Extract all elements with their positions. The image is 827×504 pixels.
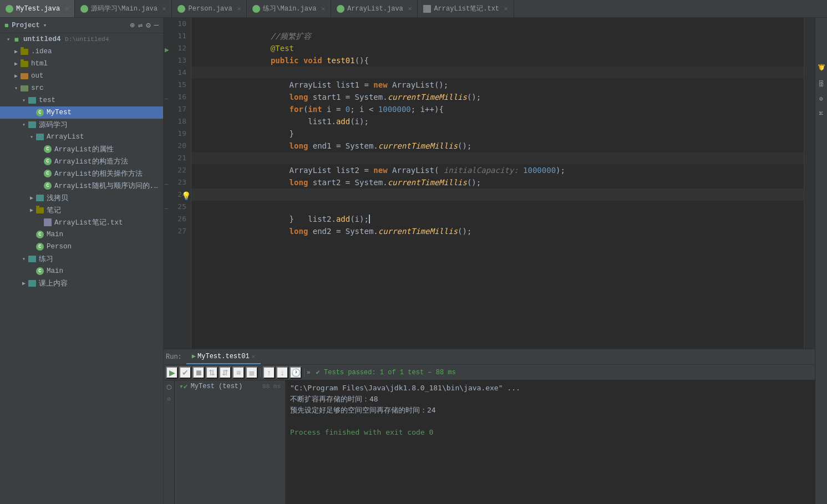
sync-icon[interactable]: ⇌ (138, 21, 143, 30)
run-tab-label: MyTest.test01 (197, 353, 250, 360)
line-num-25: 25 — (164, 201, 191, 213)
tree-item-idea[interactable]: ▶ .idea (0, 45, 163, 58)
line-num-15: 15 (164, 79, 191, 91)
tree-item-label: ArrayList的属性 (54, 145, 114, 154)
dropdown-icon[interactable]: ▾ (43, 22, 47, 29)
line-num-16: 16 — (164, 91, 191, 103)
code-line-10: //频繁扩容 (191, 18, 804, 30)
tab-yuanma[interactable]: 源码学习\Main.java ✕ (75, 0, 172, 17)
run-button[interactable]: ▶ (166, 366, 178, 379)
tree-item-keshang[interactable]: ▶ 课上内容 (0, 277, 163, 289)
tree-item-label: 笔记 (47, 206, 61, 215)
tab-label: MyTest.java (16, 5, 60, 13)
tree-item-lianxi[interactable]: ▾ 练习 (0, 253, 163, 265)
sort-desc-button[interactable]: ⇵ (219, 366, 231, 379)
right-tool-notifications[interactable]: 🔔 (816, 62, 826, 74)
check-button[interactable]: ✔ (179, 366, 191, 379)
code-line-19: long end1 = System.currentTimeMillis(); (191, 128, 804, 140)
tab-close[interactable]: ✕ (408, 5, 412, 12)
tab-lianxi[interactable]: 练习\Main.java ✕ (247, 0, 331, 17)
tab-close[interactable]: ✕ (504, 5, 508, 12)
tree-item-src[interactable]: ▾ src (0, 82, 163, 94)
test-item-mytest[interactable]: ▾✔ MyTest (test) 88 ms (175, 380, 285, 393)
run-label: Run: (166, 353, 182, 361)
line-num-13: 13 (164, 54, 191, 67)
add-icon[interactable]: ⊕ (130, 21, 134, 30)
code-line-15: long start1 = System.currentTimeMillis()… (191, 79, 804, 91)
tree-item-html[interactable]: ▶ html (0, 58, 163, 70)
tab-person[interactable]: Person.java ✕ (172, 0, 247, 17)
tree-item-arraylist-pkg[interactable]: ▾ ArrayList (0, 131, 163, 143)
tree-item-label: Person (47, 243, 72, 251)
tree-item-untitled4[interactable]: ▾ ◼ untitled4 D:\untitled4 (0, 33, 163, 45)
line-num-19: 19 (164, 128, 191, 140)
tab-close[interactable]: ✕ (163, 5, 166, 12)
stop-button[interactable]: ⏹ (192, 366, 205, 379)
right-tool-maven[interactable]: M (817, 109, 826, 118)
expand-arrow: ▾ (20, 97, 28, 104)
tab-label: Person.java (188, 5, 232, 13)
tree-item-yuanma[interactable]: ▾ 源码学习 (0, 119, 163, 131)
package-icon (28, 96, 37, 105)
code-content[interactable]: //频繁扩容 @Test public void test01(){ (191, 18, 804, 349)
right-tool-gradle[interactable]: ⚙ (816, 93, 826, 105)
tree-item-main-yuanma[interactable]: C Main (0, 228, 163, 241)
tree-item-arraylist-prop[interactable]: C ArrayList的属性 (0, 143, 163, 155)
next-button[interactable]: ↓ (276, 366, 288, 379)
line-num-22: 22 (164, 164, 191, 176)
tab-close[interactable]: ✕ (65, 5, 69, 12)
run-icon: ▶ (192, 352, 196, 360)
tree-item-label: Main (47, 231, 63, 238)
tree-item-notes-folder[interactable]: ▶ 笔记 (0, 204, 163, 216)
tab-arraylist[interactable]: ArrayList.java ✕ (331, 0, 418, 17)
expand-arrow: ▶ (12, 48, 20, 55)
tree-item-mytest[interactable]: C MyTest (0, 106, 163, 119)
tree-item-person[interactable]: C Person (0, 241, 163, 253)
sort-alpha-button[interactable]: ≡ (232, 366, 245, 379)
expand-v-btn[interactable]: ⬡ (165, 383, 174, 391)
run-tab-close[interactable]: ✕ (252, 353, 255, 360)
tree-item-out[interactable]: ▶ out (0, 70, 163, 82)
tree-item-arraylist-random[interactable]: C ArrayList随机与顺序访问的... (0, 180, 163, 192)
folder-icon (35, 206, 44, 215)
java-class-icon: C (35, 108, 44, 117)
code-view[interactable]: 10 11 12 ▶ 13 14 15 16 — 17 18 19 (164, 18, 815, 349)
java-icon (252, 5, 260, 13)
tree-item-label: .idea (31, 48, 52, 55)
separator (260, 368, 261, 377)
tree-item-qianjie[interactable]: ▶ 浅拷贝 (0, 192, 163, 204)
test-tree: ▾✔ MyTest (test) 88 ms (175, 380, 286, 504)
line-num-21: 21 (164, 152, 191, 164)
file-tree: ▾ ◼ untitled4 D:\untitled4 ▶ .idea ▶ htm… (0, 33, 163, 504)
tree-item-label: 源码学习 (39, 120, 68, 130)
sort-asc-button[interactable]: ⇅ (206, 366, 218, 379)
tree-item-notes-txt[interactable]: ArrayList笔记.txt (0, 216, 163, 228)
output-line-2: 不断扩容再存储的时间：48 (290, 394, 810, 405)
lightbulb-icon[interactable]: 💡 (181, 190, 191, 202)
tab-close[interactable]: ✕ (237, 5, 241, 12)
collapse-v-btn[interactable]: ○ (165, 395, 174, 404)
tree-item-main-lianxi[interactable]: C Main (0, 265, 163, 277)
tree-item-arraylist-construct[interactable]: C Arraylist的构造方法 (0, 155, 163, 167)
tab-label: ArrayList.java (347, 5, 403, 13)
line-num-10: 10 (164, 18, 191, 30)
tab-run-mytest[interactable]: ▶ MyTest.test01 ✕ (186, 349, 261, 364)
minimize-icon[interactable]: — (154, 21, 159, 30)
expand-icon: » (307, 369, 311, 376)
output-area[interactable]: "C:\Program Files\Java\jdk1.8.0_181\bin\… (286, 380, 815, 504)
code-line-16: for(int i = 0; i < 1000000; i++){ (191, 91, 804, 103)
tab-bar: MyTest.java ✕ 源码学习\Main.java ✕ Person.ja… (0, 0, 827, 18)
code-line-14: ArrayList list1 = new ArrayList(); (191, 67, 804, 79)
settings-icon[interactable]: ⚙ (146, 21, 150, 30)
tab-close[interactable]: ✕ (321, 5, 325, 12)
expand-arrow: ▾ (20, 121, 28, 128)
tab-mytest[interactable]: MyTest.java ✕ (0, 0, 75, 17)
java-icon (6, 5, 13, 13)
tree-item-arraylist-ops[interactable]: C ArrayList的相关操作方法 (0, 167, 163, 180)
tab-notes[interactable]: ArrayList笔记.txt ✕ (418, 0, 514, 17)
sort-alpha2-button[interactable]: ≣ (246, 366, 258, 379)
clock-button[interactable]: 🕐 (290, 366, 302, 379)
prev-button[interactable]: ↑ (263, 366, 275, 379)
right-tool-db[interactable]: 🗄 (817, 78, 826, 89)
tree-item-test[interactable]: ▾ test (0, 94, 163, 106)
